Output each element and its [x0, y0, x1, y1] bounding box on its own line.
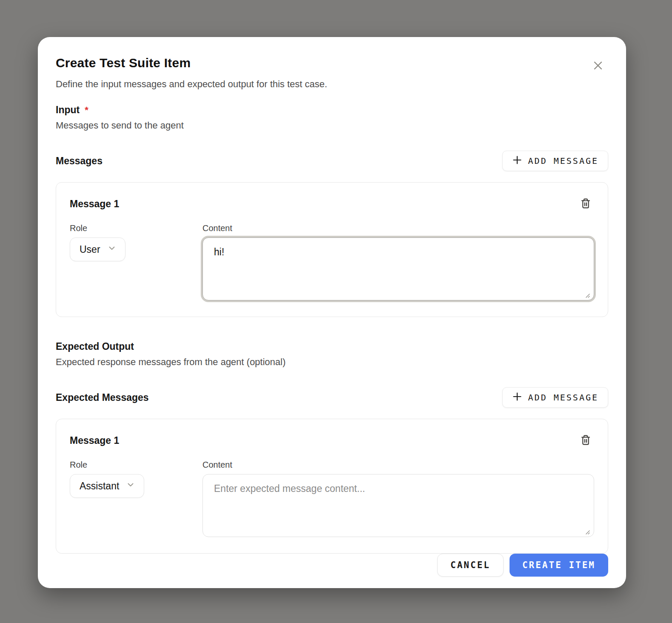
- expected-description: Expected response messages from the agen…: [56, 357, 608, 368]
- chevron-down-icon: [107, 243, 117, 255]
- input-description: Messages to send to the agent: [56, 120, 608, 131]
- expected-section-header: Expected Output: [56, 341, 608, 352]
- chevron-down-icon: [126, 480, 135, 492]
- content-label: Content: [202, 223, 594, 233]
- create-test-suite-item-dialog: Create Test Suite Item Define the input …: [38, 37, 626, 588]
- trash-icon: [579, 197, 592, 211]
- expected-content-textarea[interactable]: [202, 474, 594, 537]
- role-selected-value: Assistant: [80, 480, 119, 492]
- role-select[interactable]: User: [70, 237, 125, 261]
- add-expected-message-label: ADD MESSAGE: [528, 392, 598, 403]
- delete-expected-message-button[interactable]: [577, 432, 594, 449]
- required-asterisk: *: [85, 105, 88, 116]
- expected-messages-label: Expected Messages: [56, 392, 149, 403]
- close-icon: [592, 60, 604, 73]
- role-field: Role Assistant: [70, 460, 202, 539]
- role-label: Role: [70, 223, 202, 233]
- dialog-header: Create Test Suite Item: [56, 56, 608, 70]
- message-title: Message 1: [70, 435, 119, 446]
- expected-message-card: Message 1 Role Ass: [56, 419, 608, 554]
- create-item-button[interactable]: CREATE ITEM: [510, 554, 608, 577]
- dialog-subtitle: Define the input messages and expected o…: [56, 79, 608, 90]
- plus-icon: [512, 155, 522, 167]
- dialog-title: Create Test Suite Item: [56, 56, 608, 70]
- input-section-header: Input *: [56, 104, 608, 116]
- message-card-header: Message 1: [70, 195, 594, 212]
- content-field: Content: [202, 460, 594, 539]
- role-field: Role User: [70, 223, 202, 302]
- content-field: Content: [202, 223, 594, 302]
- input-message-card: Message 1 Role Use: [56, 182, 608, 317]
- role-label: Role: [70, 460, 202, 470]
- add-message-label: ADD MESSAGE: [528, 156, 598, 166]
- role-selected-value: User: [80, 244, 100, 255]
- expected-role-select[interactable]: Assistant: [70, 474, 144, 498]
- add-message-button[interactable]: ADD MESSAGE: [502, 151, 608, 171]
- trash-icon: [579, 434, 592, 448]
- modal-overlay: Create Test Suite Item Define the input …: [0, 0, 672, 623]
- messages-header-row: Messages ADD MESSAGE: [56, 151, 608, 171]
- message-card-body: Role Assistant Content: [70, 460, 594, 539]
- plus-icon: [512, 392, 522, 404]
- input-label: Input: [56, 104, 80, 116]
- delete-message-button[interactable]: [577, 195, 594, 212]
- content-label: Content: [202, 460, 594, 470]
- message-content-textarea[interactable]: [202, 237, 594, 300]
- close-button[interactable]: [590, 58, 606, 74]
- expected-output-label: Expected Output: [56, 341, 134, 352]
- expected-messages-header-row: Expected Messages ADD MESSAGE: [56, 387, 608, 408]
- message-title: Message 1: [70, 198, 119, 210]
- message-card-header: Message 1: [70, 432, 594, 449]
- dialog-footer: CANCEL CREATE ITEM: [56, 554, 608, 577]
- cancel-button[interactable]: CANCEL: [437, 554, 504, 577]
- messages-label: Messages: [56, 155, 103, 167]
- add-expected-message-button[interactable]: ADD MESSAGE: [502, 387, 608, 408]
- message-card-body: Role User Content: [70, 223, 594, 302]
